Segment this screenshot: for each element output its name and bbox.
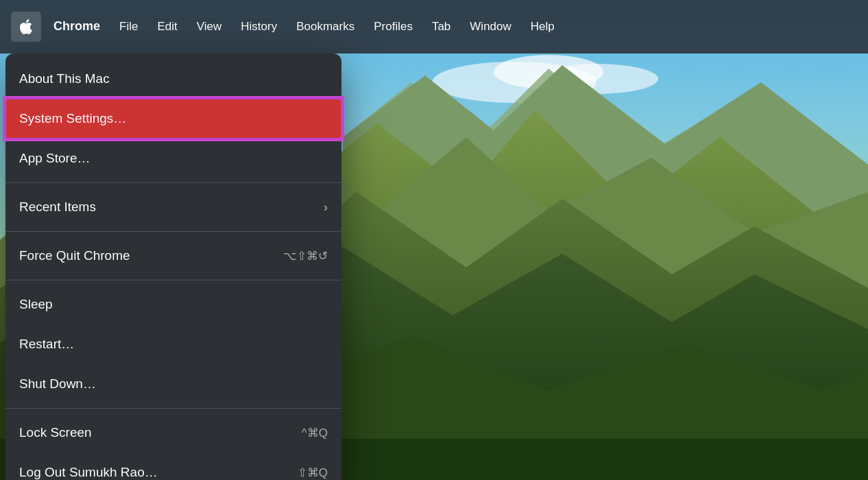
menu-item-restart-label: Restart… [19,337,328,352]
menu-item-restart[interactable]: Restart… [5,324,341,364]
menu-item-force-quit[interactable]: Force Quit Chrome ⌥⇧⌘↺ [5,236,341,276]
log-out-shortcut: ⇧⌘Q [298,466,328,480]
menubar-profiles[interactable]: Profiles [364,16,422,38]
recent-items-chevron-icon: › [324,200,328,215]
menu-item-lock-screen-label: Lock Screen [19,425,302,440]
menubar-tab[interactable]: Tab [422,16,460,38]
menu-item-force-quit-label: Force Quit Chrome [19,248,283,263]
menu-item-system-settings-label: System Settings… [19,111,328,126]
separator-2 [5,231,341,232]
menubar: Chrome File Edit View History Bookmarks … [0,0,868,53]
menu-item-sleep-label: Sleep [19,297,328,312]
menu-item-app-store-label: App Store… [19,151,328,166]
apple-dropdown-menu: About This Mac System Settings… App Stor… [5,53,341,480]
menu-item-recent-items[interactable]: Recent Items › [5,187,341,227]
menubar-help[interactable]: Help [521,16,564,38]
menu-item-shut-down-label: Shut Down… [19,376,328,392]
menu-item-lock-screen[interactable]: Lock Screen ^⌘Q [5,413,341,453]
menu-item-app-store[interactable]: App Store… [5,139,341,178]
menubar-window[interactable]: Window [460,16,520,38]
separator-3 [5,280,341,280]
menu-item-sleep[interactable]: Sleep [5,285,341,324]
menu-item-recent-items-label: Recent Items [19,200,324,215]
menu-item-shut-down[interactable]: Shut Down… [5,364,341,404]
apple-menu-button[interactable] [11,12,41,42]
lock-screen-shortcut: ^⌘Q [302,426,328,440]
menubar-chrome[interactable]: Chrome [44,15,110,38]
menubar-file[interactable]: File [110,16,147,38]
menubar-edit[interactable]: Edit [147,16,186,38]
separator-4 [5,408,341,409]
menu-item-system-settings[interactable]: System Settings… [5,99,341,139]
menu-item-about[interactable]: About This Mac [5,59,341,99]
force-quit-shortcut: ⌥⇧⌘↺ [283,249,328,263]
menubar-history[interactable]: History [231,16,287,38]
separator-1 [5,182,341,183]
menubar-bookmarks[interactable]: Bookmarks [287,16,364,38]
menu-item-log-out[interactable]: Log Out Sumukh Rao… ⇧⌘Q [5,453,341,480]
menubar-view[interactable]: View [187,16,232,38]
menu-item-log-out-label: Log Out Sumukh Rao… [19,465,298,480]
menu-item-about-label: About This Mac [19,71,328,86]
